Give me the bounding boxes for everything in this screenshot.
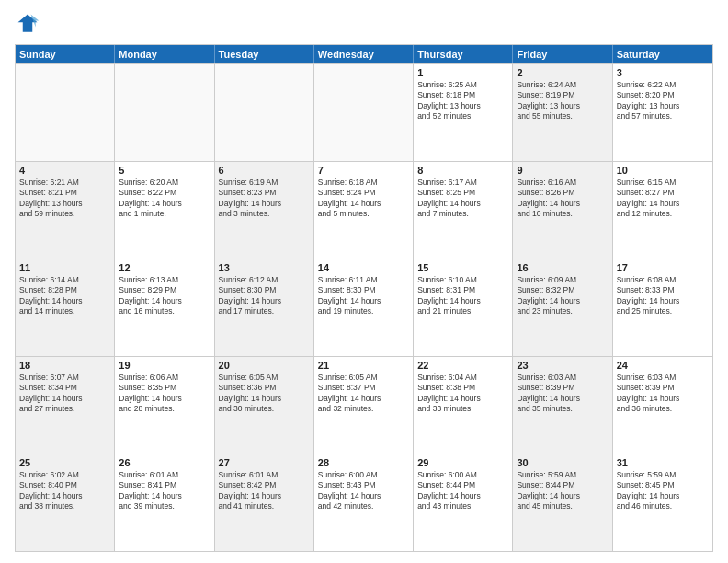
day-number: 18 xyxy=(19,360,110,371)
calendar-row: 4Sunrise: 6:21 AM Sunset: 8:21 PM Daylig… xyxy=(16,161,712,259)
day-number: 10 xyxy=(617,165,709,176)
day-number: 28 xyxy=(318,457,409,468)
day-of-week-header: Wednesday xyxy=(314,45,414,63)
day-number: 17 xyxy=(617,262,709,273)
day-detail: Sunrise: 6:21 AM Sunset: 8:21 PM Dayligh… xyxy=(19,178,110,220)
day-cell: 12Sunrise: 6:13 AM Sunset: 8:29 PM Dayli… xyxy=(115,259,214,356)
calendar-row: 1Sunrise: 6:25 AM Sunset: 8:18 PM Daylig… xyxy=(16,63,712,161)
day-detail: Sunrise: 6:24 AM Sunset: 8:19 PM Dayligh… xyxy=(517,80,608,122)
day-detail: Sunrise: 6:05 AM Sunset: 8:37 PM Dayligh… xyxy=(318,373,409,415)
calendar-row: 18Sunrise: 6:07 AM Sunset: 8:34 PM Dayli… xyxy=(16,356,712,454)
empty-cell xyxy=(314,64,414,161)
day-number: 15 xyxy=(417,262,508,273)
logo xyxy=(15,11,42,37)
day-number: 2 xyxy=(517,67,608,78)
day-detail: Sunrise: 6:08 AM Sunset: 8:33 PM Dayligh… xyxy=(617,275,709,317)
day-detail: Sunrise: 6:10 AM Sunset: 8:31 PM Dayligh… xyxy=(417,275,508,317)
day-of-week-header: Sunday xyxy=(16,45,115,63)
day-detail: Sunrise: 6:16 AM Sunset: 8:26 PM Dayligh… xyxy=(517,178,608,220)
day-detail: Sunrise: 6:00 AM Sunset: 8:43 PM Dayligh… xyxy=(318,470,409,512)
day-number: 13 xyxy=(219,262,310,273)
day-cell: 9Sunrise: 6:16 AM Sunset: 8:26 PM Daylig… xyxy=(513,162,612,259)
calendar-header: SundayMondayTuesdayWednesdayThursdayFrid… xyxy=(16,45,712,63)
day-number: 3 xyxy=(617,67,709,78)
day-number: 30 xyxy=(517,457,608,468)
day-detail: Sunrise: 6:20 AM Sunset: 8:22 PM Dayligh… xyxy=(119,178,210,220)
day-of-week-header: Saturday xyxy=(613,45,712,63)
day-detail: Sunrise: 5:59 AM Sunset: 8:44 PM Dayligh… xyxy=(517,470,608,512)
day-number: 24 xyxy=(617,360,709,371)
day-detail: Sunrise: 6:03 AM Sunset: 8:39 PM Dayligh… xyxy=(617,373,709,415)
day-of-week-header: Thursday xyxy=(414,45,513,63)
day-number: 22 xyxy=(417,360,508,371)
day-cell: 20Sunrise: 6:05 AM Sunset: 8:36 PM Dayli… xyxy=(215,357,314,454)
day-of-week-header: Friday xyxy=(513,45,612,63)
day-number: 4 xyxy=(19,165,110,176)
day-cell: 16Sunrise: 6:09 AM Sunset: 8:32 PM Dayli… xyxy=(513,259,612,356)
day-detail: Sunrise: 6:05 AM Sunset: 8:36 PM Dayligh… xyxy=(219,373,310,415)
calendar: SundayMondayTuesdayWednesdayThursdayFrid… xyxy=(15,44,713,552)
day-detail: Sunrise: 6:02 AM Sunset: 8:40 PM Dayligh… xyxy=(19,470,110,512)
day-detail: Sunrise: 6:15 AM Sunset: 8:27 PM Dayligh… xyxy=(617,178,709,220)
empty-cell xyxy=(115,64,214,161)
empty-cell xyxy=(215,64,314,161)
calendar-body: 1Sunrise: 6:25 AM Sunset: 8:18 PM Daylig… xyxy=(16,63,712,551)
page: SundayMondayTuesdayWednesdayThursdayFrid… xyxy=(0,0,728,563)
day-cell: 24Sunrise: 6:03 AM Sunset: 8:39 PM Dayli… xyxy=(613,357,712,454)
day-cell: 27Sunrise: 6:01 AM Sunset: 8:42 PM Dayli… xyxy=(215,454,314,551)
calendar-row: 11Sunrise: 6:14 AM Sunset: 8:28 PM Dayli… xyxy=(16,259,712,356)
day-detail: Sunrise: 6:09 AM Sunset: 8:32 PM Dayligh… xyxy=(517,275,608,317)
day-cell: 1Sunrise: 6:25 AM Sunset: 8:18 PM Daylig… xyxy=(414,64,513,161)
day-cell: 11Sunrise: 6:14 AM Sunset: 8:28 PM Dayli… xyxy=(16,259,115,356)
day-cell: 22Sunrise: 6:04 AM Sunset: 8:38 PM Dayli… xyxy=(414,357,513,454)
day-detail: Sunrise: 6:04 AM Sunset: 8:38 PM Dayligh… xyxy=(417,373,508,415)
day-detail: Sunrise: 6:01 AM Sunset: 8:41 PM Dayligh… xyxy=(119,470,210,512)
day-of-week-header: Tuesday xyxy=(215,45,314,63)
day-detail: Sunrise: 6:13 AM Sunset: 8:29 PM Dayligh… xyxy=(119,275,210,317)
day-cell: 5Sunrise: 6:20 AM Sunset: 8:22 PM Daylig… xyxy=(115,162,214,259)
day-cell: 15Sunrise: 6:10 AM Sunset: 8:31 PM Dayli… xyxy=(414,259,513,356)
day-detail: Sunrise: 5:59 AM Sunset: 8:45 PM Dayligh… xyxy=(617,470,709,512)
day-cell: 31Sunrise: 5:59 AM Sunset: 8:45 PM Dayli… xyxy=(613,454,712,551)
day-cell: 7Sunrise: 6:18 AM Sunset: 8:24 PM Daylig… xyxy=(314,162,414,259)
day-detail: Sunrise: 6:18 AM Sunset: 8:24 PM Dayligh… xyxy=(318,178,409,220)
calendar-row: 25Sunrise: 6:02 AM Sunset: 8:40 PM Dayli… xyxy=(16,454,712,551)
day-detail: Sunrise: 6:19 AM Sunset: 8:23 PM Dayligh… xyxy=(219,178,310,220)
logo-icon xyxy=(15,11,40,37)
day-number: 9 xyxy=(517,165,608,176)
day-cell: 14Sunrise: 6:11 AM Sunset: 8:30 PM Dayli… xyxy=(314,259,414,356)
day-number: 5 xyxy=(119,165,210,176)
day-number: 6 xyxy=(219,165,310,176)
day-detail: Sunrise: 6:01 AM Sunset: 8:42 PM Dayligh… xyxy=(219,470,310,512)
day-cell: 30Sunrise: 5:59 AM Sunset: 8:44 PM Dayli… xyxy=(513,454,612,551)
day-number: 14 xyxy=(318,262,409,273)
day-number: 16 xyxy=(517,262,608,273)
day-number: 25 xyxy=(19,457,110,468)
day-cell: 4Sunrise: 6:21 AM Sunset: 8:21 PM Daylig… xyxy=(16,162,115,259)
day-cell: 8Sunrise: 6:17 AM Sunset: 8:25 PM Daylig… xyxy=(414,162,513,259)
day-cell: 10Sunrise: 6:15 AM Sunset: 8:27 PM Dayli… xyxy=(613,162,712,259)
day-cell: 2Sunrise: 6:24 AM Sunset: 8:19 PM Daylig… xyxy=(513,64,612,161)
day-cell: 26Sunrise: 6:01 AM Sunset: 8:41 PM Dayli… xyxy=(115,454,214,551)
day-cell: 19Sunrise: 6:06 AM Sunset: 8:35 PM Dayli… xyxy=(115,357,214,454)
day-cell: 29Sunrise: 6:00 AM Sunset: 8:44 PM Dayli… xyxy=(414,454,513,551)
day-detail: Sunrise: 6:06 AM Sunset: 8:35 PM Dayligh… xyxy=(119,373,210,415)
day-number: 12 xyxy=(119,262,210,273)
day-of-week-header: Monday xyxy=(115,45,214,63)
day-detail: Sunrise: 6:12 AM Sunset: 8:30 PM Dayligh… xyxy=(219,275,310,317)
header xyxy=(15,11,713,37)
day-cell: 3Sunrise: 6:22 AM Sunset: 8:20 PM Daylig… xyxy=(613,64,712,161)
day-number: 1 xyxy=(417,67,508,78)
day-cell: 21Sunrise: 6:05 AM Sunset: 8:37 PM Dayli… xyxy=(314,357,414,454)
day-number: 29 xyxy=(417,457,508,468)
day-cell: 6Sunrise: 6:19 AM Sunset: 8:23 PM Daylig… xyxy=(215,162,314,259)
day-number: 20 xyxy=(219,360,310,371)
day-number: 26 xyxy=(119,457,210,468)
day-detail: Sunrise: 6:25 AM Sunset: 8:18 PM Dayligh… xyxy=(417,80,508,122)
day-cell: 25Sunrise: 6:02 AM Sunset: 8:40 PM Dayli… xyxy=(16,454,115,551)
day-cell: 28Sunrise: 6:00 AM Sunset: 8:43 PM Dayli… xyxy=(314,454,414,551)
day-number: 19 xyxy=(119,360,210,371)
day-detail: Sunrise: 6:22 AM Sunset: 8:20 PM Dayligh… xyxy=(617,80,709,122)
day-number: 31 xyxy=(617,457,709,468)
day-number: 8 xyxy=(417,165,508,176)
